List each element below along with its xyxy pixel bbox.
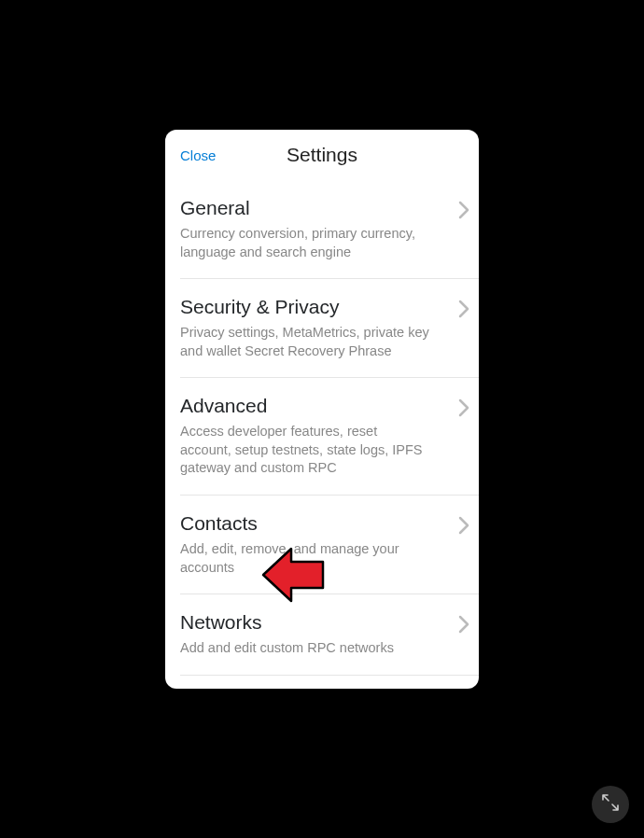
- expand-icon: [601, 793, 620, 816]
- chevron-right-icon: [458, 398, 469, 417]
- item-title: Security & Privacy: [180, 296, 441, 318]
- chevron-right-icon: [458, 300, 469, 318]
- settings-modal: Close Settings General Currency conversi…: [165, 130, 479, 689]
- item-title: General: [180, 197, 441, 219]
- item-title: Networks: [180, 611, 441, 634]
- settings-item-general[interactable]: General Currency conversion, primary cur…: [180, 180, 479, 279]
- item-desc: Currency conversion, primary currency, l…: [180, 225, 441, 261]
- settings-item-contacts[interactable]: Contacts Add, edit, remove, and manage y…: [180, 496, 479, 594]
- item-desc: Add and edit custom RPC networks: [180, 639, 441, 658]
- settings-item-advanced[interactable]: Advanced Access developer features, rese…: [180, 378, 479, 496]
- settings-item-experimental[interactable]: Experimental: [180, 676, 479, 689]
- settings-list: General Currency conversion, primary cur…: [165, 180, 479, 689]
- settings-item-networks[interactable]: Networks Add and edit custom RPC network…: [180, 594, 479, 676]
- modal-header: Close Settings: [165, 130, 479, 180]
- chevron-right-icon: [458, 201, 469, 219]
- page-title: Settings: [287, 144, 357, 166]
- close-button[interactable]: Close: [180, 147, 216, 163]
- settings-item-security[interactable]: Security & Privacy Privacy settings, Met…: [180, 279, 479, 378]
- item-title: Advanced: [180, 395, 441, 417]
- item-desc: Add, edit, remove, and manage your accou…: [180, 540, 441, 577]
- expand-button[interactable]: [592, 786, 629, 823]
- item-desc: Access developer features, reset account…: [180, 423, 441, 478]
- chevron-right-icon: [458, 615, 469, 634]
- item-desc: Privacy settings, MetaMetrics, private k…: [180, 324, 441, 360]
- item-title: Contacts: [180, 512, 441, 535]
- chevron-right-icon: [458, 516, 469, 535]
